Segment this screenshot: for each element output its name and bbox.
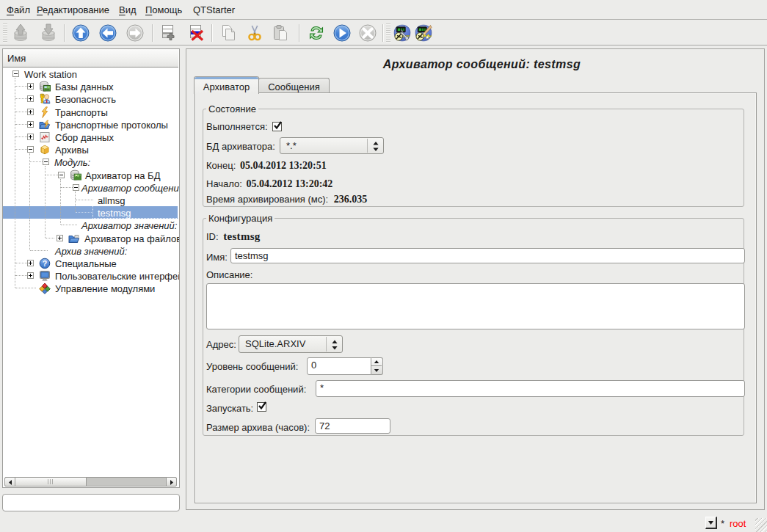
svg-text:?: ?	[43, 259, 47, 268]
